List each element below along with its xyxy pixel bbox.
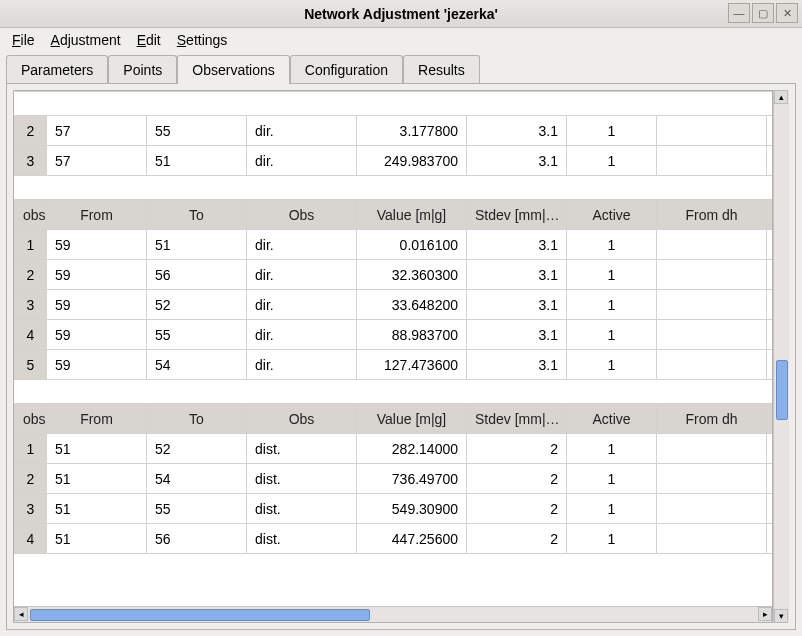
col-header-obscol[interactable]: Obs [247,200,357,230]
col-header-stdev[interactable]: Stdev [mm|… [467,404,567,434]
from-cell[interactable]: 51 [47,494,147,524]
fromdh-cell[interactable] [657,260,767,290]
active-cell[interactable]: 1 [567,464,657,494]
to-cell[interactable]: 52 [147,434,247,464]
table-row[interactable]: 35952dir.33.6482003.11 [15,290,773,320]
col-header-active[interactable]: Active [567,404,657,434]
stdev-cell[interactable]: 3.1 [467,230,567,260]
rownum-cell[interactable]: 1 [15,230,47,260]
rownum-cell[interactable]: 3 [15,290,47,320]
stdev-cell[interactable]: 3.1 [467,260,567,290]
fromdh-cell[interactable] [657,290,767,320]
rownum-cell[interactable]: 5 [15,350,47,380]
vscroll-thumb[interactable] [776,360,788,420]
col-header-fromdh[interactable]: From dh [657,404,767,434]
value-cell[interactable]: 549.30900 [357,494,467,524]
fromdh-cell[interactable] [657,434,767,464]
menu-edit[interactable]: Edit [137,32,161,48]
value-cell[interactable]: 127.473600 [357,350,467,380]
to-cell[interactable]: 54 [147,464,247,494]
rownum-cell[interactable]: 3 [15,146,47,176]
value-cell[interactable]: 0.016100 [357,230,467,260]
table-row[interactable]: 25755dir.3.1778003.11 [15,116,773,146]
stdev-cell[interactable]: 3.1 [467,290,567,320]
to-cell[interactable]: 56 [147,260,247,290]
hscroll-thumb[interactable] [30,609,370,621]
fromdh-cell[interactable] [657,116,767,146]
stdev-cell[interactable]: 3.1 [467,116,567,146]
active-cell[interactable]: 1 [567,494,657,524]
table-row[interactable]: 15152dist.282.1400021 [15,434,773,464]
maximize-button[interactable]: ▢ [752,3,774,23]
active-cell[interactable]: 1 [567,434,657,464]
active-cell[interactable]: 1 [567,116,657,146]
col-header-to[interactable]: To [147,404,247,434]
value-cell[interactable]: 249.983700 [357,146,467,176]
table-row[interactable]: 35751dir.249.9837003.11 [15,146,773,176]
rownum-cell[interactable]: 2 [15,116,47,146]
scroll-right-icon[interactable]: ▸ [758,607,772,621]
obs-cell[interactable]: dist. [247,524,357,554]
stdev-cell[interactable]: 3.1 [467,350,567,380]
to-cell[interactable]: 55 [147,116,247,146]
obs-cell[interactable]: dist. [247,494,357,524]
col-header-value[interactable]: Value [m|g] [357,200,467,230]
col-header-to[interactable]: To [147,200,247,230]
stdev-cell[interactable]: 2 [467,494,567,524]
table-row[interactable]: 35155dist.549.3090021 [15,494,773,524]
active-cell[interactable]: 1 [567,260,657,290]
rownum-cell[interactable]: 2 [15,260,47,290]
tab-points[interactable]: Points [108,55,177,84]
col-header-from[interactable]: From [47,200,147,230]
horizontal-scrollbar[interactable]: ◂ ▸ [14,606,772,622]
rownum-cell[interactable]: 4 [15,320,47,350]
rownum-cell[interactable]: 2 [15,464,47,494]
to-cell[interactable]: 51 [147,146,247,176]
table-row[interactable]: 45955dir.88.9837003.11 [15,320,773,350]
obs-cell[interactable]: dir. [247,350,357,380]
obs-cell[interactable]: dir. [247,290,357,320]
stdev-cell[interactable]: 2 [467,524,567,554]
value-cell[interactable]: 736.49700 [357,464,467,494]
active-cell[interactable]: 1 [567,350,657,380]
stdev-cell[interactable]: 2 [467,434,567,464]
obs-cell[interactable]: dir. [247,320,357,350]
rownum-cell[interactable]: 4 [15,524,47,554]
col-header-value[interactable]: Value [m|g] [357,404,467,434]
fromdh-cell[interactable] [657,524,767,554]
fromdh-cell[interactable] [657,230,767,260]
obs-cell[interactable]: dir. [247,116,357,146]
value-cell[interactable]: 33.648200 [357,290,467,320]
obs-cell[interactable]: dist. [247,434,357,464]
table-row[interactable]: 45156dist.447.2560021 [15,524,773,554]
col-header-stdev[interactable]: Stdev [mm|… [467,200,567,230]
value-cell[interactable]: 447.25600 [357,524,467,554]
col-header-from[interactable]: From [47,404,147,434]
menu-adjustment[interactable]: Adjustment [51,32,121,48]
col-header-fromdh[interactable]: From dh [657,200,767,230]
rownum-cell[interactable]: 3 [15,494,47,524]
table-row[interactable]: 15951dir.0.0161003.11 [15,230,773,260]
to-cell[interactable]: 56 [147,524,247,554]
from-cell[interactable]: 59 [47,230,147,260]
vertical-scrollbar[interactable]: ▴ ▾ [773,90,789,623]
to-cell[interactable]: 55 [147,494,247,524]
value-cell[interactable]: 32.360300 [357,260,467,290]
fromdh-cell[interactable] [657,494,767,524]
scroll-down-icon[interactable]: ▾ [774,609,788,623]
table-row[interactable]: 25956dir.32.3603003.11 [15,260,773,290]
active-cell[interactable]: 1 [567,230,657,260]
fromdh-cell[interactable] [657,146,767,176]
obs-cell[interactable]: dir. [247,146,357,176]
from-cell[interactable]: 59 [47,290,147,320]
close-button[interactable]: ✕ [776,3,798,23]
col-header-obs[interactable]: obs [15,200,47,230]
active-cell[interactable]: 1 [567,146,657,176]
from-cell[interactable]: 51 [47,464,147,494]
table-row[interactable]: 55954dir.127.4736003.11 [15,350,773,380]
active-cell[interactable]: 1 [567,320,657,350]
menu-settings[interactable]: Settings [177,32,228,48]
tab-results[interactable]: Results [403,55,480,84]
obs-cell[interactable]: dir. [247,260,357,290]
scroll-left-icon[interactable]: ◂ [14,607,28,621]
